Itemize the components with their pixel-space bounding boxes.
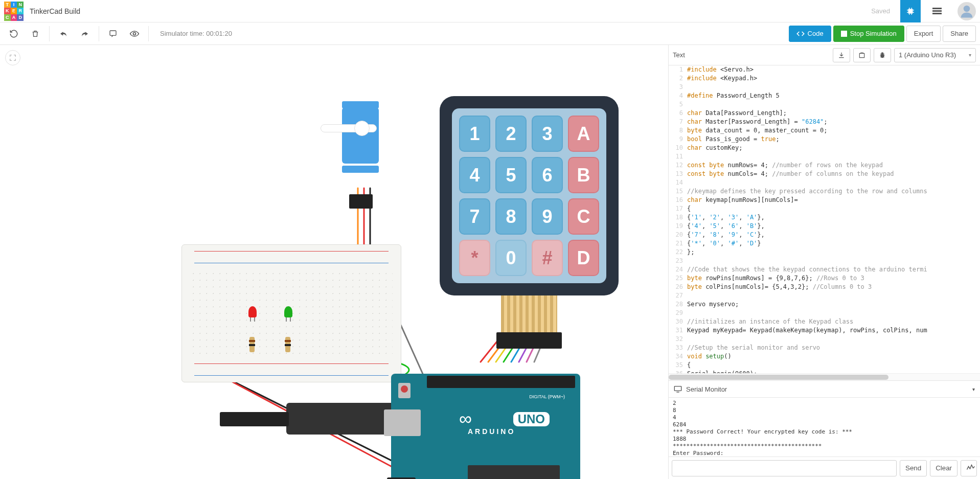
code-line[interactable]: 15//keymap defines the key pressed accor… <box>669 187 980 196</box>
keypad-key-*[interactable]: * <box>459 240 490 276</box>
board-select[interactable]: 1 (Arduino Uno R3) <box>894 48 976 62</box>
keypad-key-7[interactable]: 7 <box>459 198 490 235</box>
libraries-button[interactable] <box>853 48 871 62</box>
keypad-key-2[interactable]: 2 <box>495 116 527 152</box>
red-led[interactable] <box>248 306 257 317</box>
svg-point-6 <box>133 32 136 35</box>
code-line[interactable]: 19{'4', '5', '6', 'B'}, <box>669 222 980 231</box>
code-line[interactable]: 29 <box>669 309 980 317</box>
keypad-key-C[interactable]: C <box>568 198 599 235</box>
serial-monitor-header[interactable]: Serial Monitor ▾ <box>669 380 980 398</box>
keypad-key-D[interactable]: D <box>568 240 599 276</box>
components-panel-button[interactable] <box>900 0 921 22</box>
code-line[interactable]: 18{'1', '2', '3', 'A'}, <box>669 213 980 222</box>
code-line[interactable]: 21{'*', '0', '#', 'D'} <box>669 239 980 248</box>
code-line[interactable]: 12const byte numRows= 4; //number of row… <box>669 161 980 170</box>
keypad-key-5[interactable]: 5 <box>495 157 527 193</box>
code-line[interactable]: 8byte data_count = 0, master_count = 0; <box>669 126 980 135</box>
keypad-key-8[interactable]: 8 <box>495 198 527 235</box>
reset-button[interactable] <box>398 383 411 398</box>
servo-connector <box>349 194 373 209</box>
code-line[interactable]: 6char Data[Password_Length]; <box>669 109 980 118</box>
user-avatar[interactable] <box>958 2 976 20</box>
code-line[interactable]: 4#define Password_Length 5 <box>669 92 980 100</box>
project-title[interactable]: TinkerCad Build <box>30 7 865 15</box>
circuit-canvas[interactable]: 123A456B789C*0#D ∞ UNO ARDUINO DIGITAL (… <box>0 45 668 479</box>
code-line[interactable]: 16char keymap[numRows][numCols]= <box>669 196 980 204</box>
keypad-4x4[interactable]: 123A456B789C*0#D <box>440 96 619 295</box>
resistor-1[interactable] <box>249 337 255 352</box>
code-line[interactable]: 3 <box>669 83 980 92</box>
delete-button[interactable] <box>26 26 45 42</box>
code-line[interactable]: 1#include <Servo.h> <box>669 65 980 74</box>
keypad-key-B[interactable]: B <box>568 157 599 193</box>
annotation-button[interactable] <box>103 26 123 42</box>
code-line[interactable]: 25byte rowPins[numRows] = {9,8,7,6}; //R… <box>669 274 980 283</box>
divider <box>148 26 149 41</box>
code-line[interactable]: 33//Setup the serial monitor and servo <box>669 344 980 352</box>
code-line[interactable]: 30//initializes an instance of the Keypa… <box>669 317 980 326</box>
breadboard[interactable] <box>181 244 401 382</box>
keypad-ribbon <box>501 295 557 332</box>
code-line[interactable]: 20{'7', '8', '9', 'C'}, <box>669 231 980 239</box>
keypad-pin-header <box>496 332 562 349</box>
code-line[interactable]: 31Keypad myKeypad= Keypad(makeKeymap(key… <box>669 326 980 335</box>
share-button[interactable]: Share <box>943 26 976 42</box>
debugger-button[interactable] <box>874 48 891 62</box>
serial-send-button[interactable]: Send <box>900 460 927 476</box>
code-editor[interactable]: 1#include <Servo.h>2#include <Keypad.h>3… <box>669 65 980 373</box>
code-line[interactable]: 27 <box>669 291 980 300</box>
green-led[interactable] <box>284 306 292 317</box>
arduino-logo-icon: ∞ <box>459 408 472 429</box>
usb-cable[interactable] <box>286 403 399 435</box>
code-line[interactable]: 35{ <box>669 361 980 370</box>
code-line[interactable]: 24//Code that shows the the keypad conne… <box>669 265 980 274</box>
redo-button[interactable] <box>75 26 95 42</box>
code-line[interactable]: 26byte colPins[numCols]= {5,4,3,2}; //Co… <box>669 283 980 291</box>
list-view-button[interactable] <box>927 0 947 22</box>
code-line[interactable]: 2#include <Keypad.h> <box>669 74 980 83</box>
code-line[interactable]: 13const byte numCols= 4; //number of col… <box>669 170 980 178</box>
horizontal-scrollbar[interactable] <box>669 373 980 380</box>
code-mode-select[interactable]: Text <box>673 49 830 61</box>
keypad-key-4[interactable]: 4 <box>459 157 490 193</box>
serial-clear-button[interactable]: Clear <box>930 460 958 476</box>
keypad-key-A[interactable]: A <box>568 116 599 152</box>
code-line[interactable]: 23 <box>669 257 980 265</box>
keypad-key-0[interactable]: 0 <box>495 240 527 276</box>
code-line[interactable]: 11 <box>669 152 980 161</box>
code-line[interactable]: 36Serial.begin(9600); <box>669 370 980 373</box>
export-button[interactable]: Export <box>906 26 941 42</box>
tinkercad-logo[interactable]: TINKERCAD <box>4 2 24 21</box>
code-line[interactable]: 9bool Pass_is_good = true; <box>669 135 980 144</box>
code-line[interactable]: 14 <box>669 178 980 187</box>
undo-button[interactable] <box>54 26 73 42</box>
stop-simulation-button[interactable]: Stop Simulation <box>833 26 904 42</box>
code-button[interactable]: Code <box>789 26 831 42</box>
visibility-button[interactable] <box>125 26 144 42</box>
code-line[interactable]: 28Servo myservo; <box>669 300 980 309</box>
digital-label: DIGITAL (PWM~) <box>529 394 565 399</box>
keypad-key-1[interactable]: 1 <box>459 116 490 152</box>
keypad-key-9[interactable]: 9 <box>532 198 563 235</box>
code-line[interactable]: 10char customKey; <box>669 144 980 152</box>
rotate-button[interactable] <box>4 26 24 42</box>
arduino-uno[interactable]: ∞ UNO ARDUINO DIGITAL (PWM~) POWER ANALO… <box>391 374 580 479</box>
serial-input[interactable] <box>672 460 897 476</box>
keypad-key-3[interactable]: 3 <box>532 116 563 152</box>
code-line[interactable]: 5 <box>669 100 980 109</box>
servo-motor[interactable] <box>335 96 386 178</box>
code-line[interactable]: 34void setup() <box>669 352 980 361</box>
keypad-key-6[interactable]: 6 <box>532 157 563 193</box>
svg-rect-3 <box>932 13 942 14</box>
download-button[interactable] <box>833 48 850 62</box>
code-line[interactable]: 22}; <box>669 248 980 257</box>
code-line[interactable]: 7char Master[Password_Length] = "6284"; <box>669 118 980 126</box>
code-line[interactable]: 32 <box>669 335 980 344</box>
serial-graph-button[interactable] <box>961 460 977 476</box>
keypad-key-#[interactable]: # <box>532 240 563 276</box>
code-line[interactable]: 17{ <box>669 204 980 213</box>
download-icon <box>838 52 845 59</box>
zoom-to-fit-button[interactable] <box>5 50 20 65</box>
resistor-2[interactable] <box>285 337 290 352</box>
